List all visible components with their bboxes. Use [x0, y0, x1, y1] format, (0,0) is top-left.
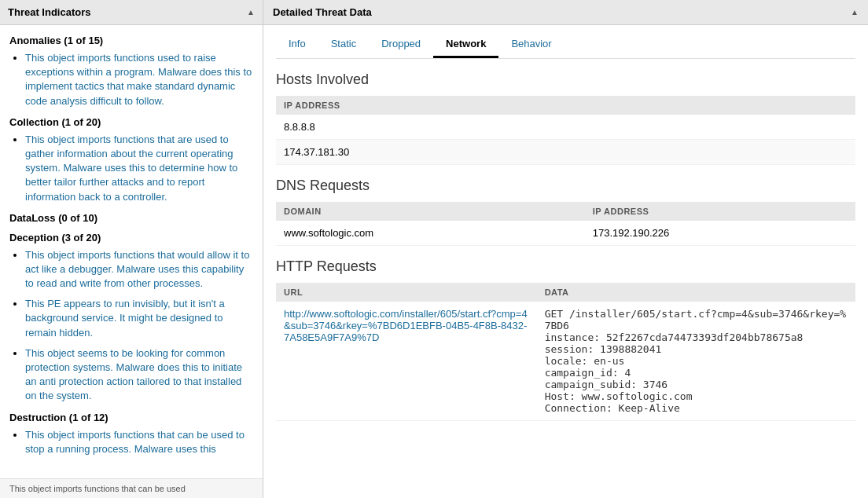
tab-static[interactable]: Static: [318, 31, 370, 58]
hosts-section-title: Hosts Involved: [276, 71, 855, 88]
dns-col-domain: DOMAIN: [276, 202, 585, 221]
table-row: http://www.softologic.com/installer/605/…: [276, 302, 855, 421]
dns-ip-1: 173.192.190.226: [585, 221, 855, 246]
tab-network[interactable]: Network: [433, 31, 498, 58]
list-item: This object imports functions that can b…: [25, 428, 253, 456]
collection-list: This object imports functions that are u…: [9, 133, 253, 204]
collapse-arrow-right[interactable]: ▲: [851, 8, 859, 16]
http-section-title: HTTP Requests: [276, 258, 855, 275]
http-col-data: DATA: [537, 283, 855, 302]
dns-col-ip: IP ADDRESS: [585, 202, 855, 221]
dns-section-title: DNS Requests: [276, 178, 855, 194]
http-col-url: URL: [276, 283, 537, 302]
right-panel-content: Info Static Dropped Network Behavior Hos…: [263, 25, 868, 498]
tab-dropped[interactable]: Dropped: [369, 31, 433, 58]
category-dataloss: DataLoss (0 of 10): [9, 212, 253, 224]
destruction-list: This object imports functions that can b…: [9, 428, 253, 456]
list-item: This object imports functions that would…: [25, 248, 253, 291]
list-item: This object seems to be looking for comm…: [25, 346, 253, 404]
tab-behavior[interactable]: Behavior: [498, 31, 564, 58]
table-row: 174.37.181.30: [276, 140, 855, 165]
category-destruction: Destruction (1 of 12): [9, 412, 253, 423]
table-row: 8.8.8.8: [276, 115, 855, 140]
detailed-threat-panel: Detailed Threat Data ▲ Info Static Dropp…: [263, 0, 868, 498]
hosts-col-ip: IP ADDRESS: [276, 96, 855, 115]
left-panel-header: Threat Indicators ▲: [0, 0, 263, 25]
right-panel-title: Detailed Threat Data: [273, 6, 372, 18]
http-table: URL DATA http://www.softologic.com/insta…: [276, 283, 855, 421]
deception-list: This object imports functions that would…: [9, 248, 253, 404]
http-url-1: http://www.softologic.com/installer/605/…: [276, 302, 537, 421]
hosts-table: IP ADDRESS 8.8.8.8 174.37.181.30: [276, 96, 855, 165]
category-deception: Deception (3 of 20): [9, 232, 253, 244]
right-panel-header: Detailed Threat Data ▲: [263, 0, 868, 25]
tab-bar: Info Static Dropped Network Behavior: [276, 25, 855, 59]
dns-domain-1: www.softologic.com: [276, 221, 585, 246]
list-item: This PE appears to run invisibly, but it…: [25, 297, 253, 340]
table-row: www.softologic.com 173.192.190.226: [276, 221, 855, 246]
anomalies-list: This object imports functions used to ra…: [9, 51, 253, 108]
category-collection: Collection (1 of 20): [9, 116, 253, 128]
collapse-arrow-left[interactable]: ▲: [247, 8, 255, 16]
left-panel-title: Threat Indicators: [8, 6, 90, 18]
host-ip-2: 174.37.181.30: [276, 140, 855, 165]
left-panel-content: Anomalies (1 of 15) This object imports …: [0, 25, 263, 478]
tab-info[interactable]: Info: [276, 31, 318, 58]
threat-indicators-panel: Threat Indicators ▲ Anomalies (1 of 15) …: [0, 0, 263, 498]
http-data-1: GET /installer/605/start.cf?cmp=4&sub=37…: [537, 302, 855, 421]
category-anomalies: Anomalies (1 of 15): [9, 35, 253, 46]
list-item: This object imports functions used to ra…: [25, 51, 253, 108]
status-bar: This object imports functions that can b…: [0, 478, 263, 498]
list-item: This object imports functions that are u…: [25, 133, 253, 204]
dns-table: DOMAIN IP ADDRESS www.softologic.com 173…: [276, 202, 855, 246]
host-ip-1: 8.8.8.8: [276, 115, 855, 140]
